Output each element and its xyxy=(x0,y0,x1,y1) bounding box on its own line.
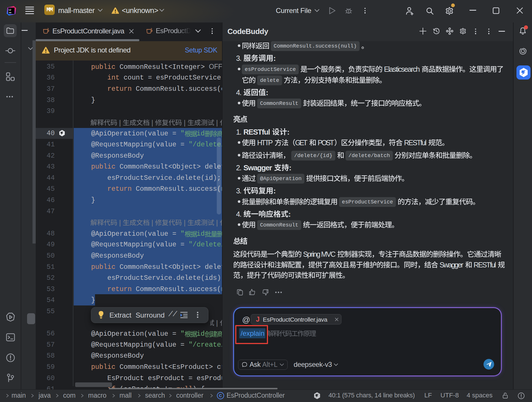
svg-text:2.: 2. xyxy=(236,164,242,172)
svg-text:IJ: IJ xyxy=(9,8,11,11)
svg-text:Swagger: Swagger xyxy=(244,163,272,172)
svg-text:CommonResult: CommonResult xyxy=(260,101,298,107)
svg-text:/delete/{id}: /delete/{id} xyxy=(294,153,332,159)
svg-text::: : xyxy=(266,88,269,97)
svg-text:RESTful: RESTful xyxy=(244,128,270,136)
svg-text:|: | xyxy=(216,119,218,127)
svg-text:HTTP: HTTP xyxy=(257,139,273,147)
svg-text:RESTful: RESTful xyxy=(474,261,496,269)
svg-text:/delete/batch: /delete/batch xyxy=(348,153,390,159)
svg-text:C: C xyxy=(219,393,222,398)
svg-text:RESTful: RESTful xyxy=(404,139,427,147)
svg-text:@ApiOperation: @ApiOperation xyxy=(260,176,301,182)
svg-text:|: | xyxy=(216,219,218,227)
svg-text:|: | xyxy=(151,119,153,127)
svg-text:|: | xyxy=(151,219,153,227)
svg-text:1.: 1. xyxy=(236,128,242,136)
svg-text:delete: delete xyxy=(260,78,279,84)
svg-text:CommonResult.success(null): CommonResult.success(null) xyxy=(274,43,357,49)
svg-text::: : xyxy=(273,186,276,195)
svg-text::: : xyxy=(273,54,276,63)
svg-text:POST: POST xyxy=(318,139,334,147)
svg-text:|: | xyxy=(119,119,121,127)
svg-text:Spring MVC: Spring MVC xyxy=(303,250,336,258)
svg-text:3.: 3. xyxy=(236,187,242,195)
svg-text:CommonResult: CommonResult xyxy=(260,222,298,228)
svg-text:|: | xyxy=(184,119,186,127)
svg-text:|: | xyxy=(216,319,218,327)
svg-text:4.: 4. xyxy=(236,88,242,97)
svg-text:Swagger: Swagger xyxy=(440,261,463,269)
svg-text::: : xyxy=(287,128,290,136)
svg-text:|: | xyxy=(119,219,121,227)
svg-text:3.: 3. xyxy=(236,54,242,62)
svg-text::: : xyxy=(288,210,291,218)
svg-text:4.: 4. xyxy=(236,210,242,218)
svg-text::: : xyxy=(289,163,292,172)
svg-text:esProductService: esProductService xyxy=(245,67,296,73)
svg-text:Elasticsearch: Elasticsearch xyxy=(384,65,420,73)
svg-text:GET: GET xyxy=(295,139,307,147)
svg-text:|: | xyxy=(184,219,186,227)
svg-text:esProductService: esProductService xyxy=(342,199,393,205)
